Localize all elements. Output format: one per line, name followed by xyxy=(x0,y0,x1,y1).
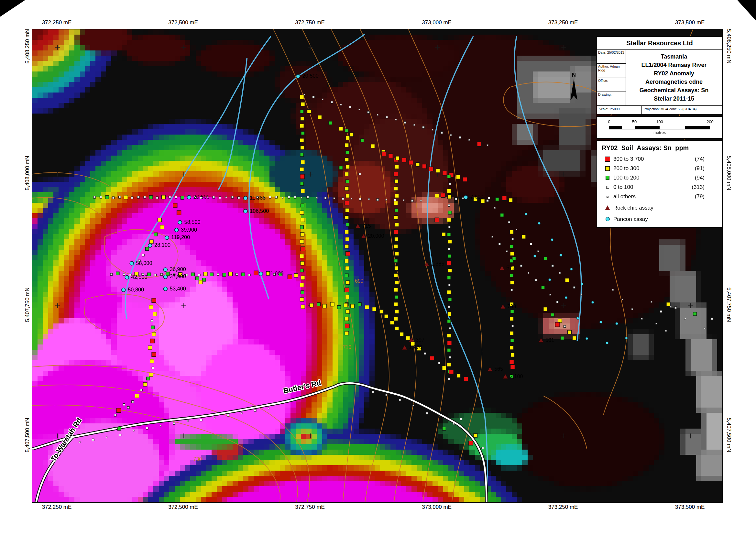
soil-assay-green xyxy=(300,153,303,156)
soil-assay-white xyxy=(438,362,441,364)
northing-label-left: 5,407,750 mN xyxy=(24,277,31,332)
map-sheet: 20,50020,50011,385106,50058,50039,900119… xyxy=(0,0,756,535)
contour-line xyxy=(302,29,389,502)
scale-text: Scale: 1:5000 xyxy=(597,106,642,114)
soil-assay-tiny xyxy=(386,199,387,200)
soil-assay-white xyxy=(535,279,537,281)
rock-chip-assay-point xyxy=(361,234,366,238)
pancon-assay-point xyxy=(130,261,134,265)
soil-assay-tiny xyxy=(487,145,488,146)
soil-assay-white xyxy=(349,106,351,108)
legend-symbol-cell xyxy=(602,205,613,210)
soil-assay-yellow xyxy=(510,331,514,335)
soil-assay-yellow xyxy=(300,254,304,258)
soil-assay-yellow xyxy=(161,195,165,199)
scalebar-segment xyxy=(685,126,710,129)
soil-assay-yellow xyxy=(300,124,304,128)
soil-assay-red xyxy=(435,218,439,222)
soil-assay-yellow xyxy=(307,109,311,113)
soil-assay-yellow xyxy=(149,305,153,309)
soil-assay-tiny xyxy=(358,109,360,110)
soil-assay-yellow xyxy=(153,312,157,316)
soil-assay-yellow xyxy=(143,382,147,386)
soil-assay-white xyxy=(156,197,158,199)
soil-assay-yellow xyxy=(160,225,164,229)
assay-value-label: 11,385 xyxy=(250,195,266,201)
soil-assay-white xyxy=(154,274,156,276)
pancon-assay-point xyxy=(625,337,628,339)
soil-assay-yellow xyxy=(149,373,153,377)
soil-assay-tiny xyxy=(494,207,495,208)
soil-assay-tiny xyxy=(79,441,80,443)
legend-symbol-cell xyxy=(602,166,613,171)
soil-assay-yellow xyxy=(346,136,350,140)
soil-assay-green xyxy=(241,273,244,276)
soil-assay-tiny xyxy=(187,420,188,421)
soil-assay-yellow xyxy=(229,272,233,276)
soil-assay-white xyxy=(424,352,426,354)
soil-assay-tiny xyxy=(133,430,134,431)
soil-assay-white xyxy=(399,399,401,401)
soil-assay-yellow xyxy=(510,230,514,234)
soil-assay-white xyxy=(377,199,379,201)
soil-assay-tiny xyxy=(622,299,623,300)
soil-assay-red xyxy=(430,356,434,360)
pancon-assay-point xyxy=(178,220,182,224)
legend-symbol-row: Pancon assay xyxy=(602,214,717,224)
contour-line xyxy=(331,29,416,502)
legend-class-row: 0 to 100(313) xyxy=(602,183,717,192)
easting-label-bottom: 373,250 mE xyxy=(548,504,578,510)
soil-assay-yellow xyxy=(510,317,514,321)
soil-assay-yellow xyxy=(318,115,322,119)
soil-assay-white xyxy=(487,200,489,202)
soil-assay-white xyxy=(359,173,361,175)
soil-assay-yellow xyxy=(300,240,304,243)
soil-assay-yellow xyxy=(345,238,349,241)
soil-assay-green xyxy=(447,276,451,279)
soil-assay-white xyxy=(219,197,221,199)
soil-assay-green xyxy=(448,211,452,214)
soil-assay-white xyxy=(372,391,374,393)
soil-assay-yellow xyxy=(345,295,349,299)
soil-assay-green xyxy=(117,427,121,430)
soil-assay-red xyxy=(173,203,177,207)
soil-assay-white xyxy=(448,306,450,308)
legend-class-row: 300 to 3,700(74) xyxy=(602,154,717,164)
soil-assay-red xyxy=(511,365,515,369)
soil-assay-green xyxy=(337,305,341,309)
scalebar-panel: 050100200 metres xyxy=(597,116,723,139)
soil-assay-yellow xyxy=(345,208,349,212)
assay-value-label: 58,500 xyxy=(184,219,201,225)
soil-assay-white xyxy=(227,414,229,416)
assay-value-label: 501 xyxy=(546,337,554,343)
soil-assay-red xyxy=(345,288,349,292)
soil-assay-yellow xyxy=(447,195,451,199)
soil-assay-yellow xyxy=(350,133,353,136)
map-title-line: Tasmania xyxy=(626,52,722,61)
soil-assay-tiny xyxy=(225,197,227,198)
soil-assay-white xyxy=(512,238,514,240)
soil-assay-white xyxy=(422,126,424,128)
scalebar: 050100200 metres xyxy=(609,119,710,137)
soil-assay-white xyxy=(231,196,234,198)
soil-assay-red xyxy=(177,211,181,215)
soil-assay-yellow xyxy=(150,240,153,243)
soil-assay-green xyxy=(395,209,398,212)
soil-assay-red xyxy=(555,323,560,327)
pancon-assay-point xyxy=(570,268,573,270)
soil-assay-tiny xyxy=(450,134,452,135)
soil-assay-green xyxy=(301,204,304,207)
pancon-assay-point xyxy=(560,254,562,257)
soil-assay-white xyxy=(114,414,117,416)
soil-assay-white xyxy=(294,196,296,198)
soil-assay-green xyxy=(511,310,514,313)
soil-assay-yellow xyxy=(406,336,410,340)
soil-assay-green xyxy=(191,273,194,276)
soil-assay-white xyxy=(123,273,125,276)
soil-assay-yellow xyxy=(346,165,350,169)
rock-chip-assay-point xyxy=(488,367,492,371)
pancon-assay-point xyxy=(259,272,263,276)
soil-assay-white xyxy=(146,427,148,430)
soil-assay-white xyxy=(112,197,115,199)
soil-assay-red xyxy=(394,172,398,176)
